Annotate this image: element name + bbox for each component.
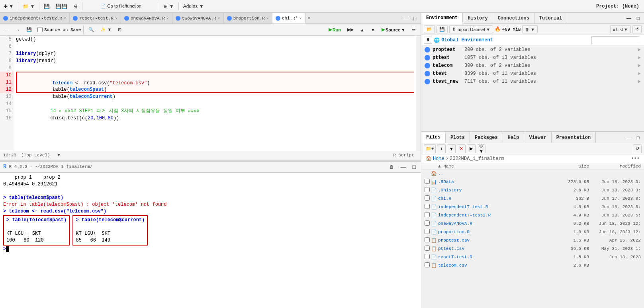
pttest-csv-checkbox[interactable] (425, 246, 430, 251)
delete-file-btn[interactable]: ✕ (457, 144, 466, 153)
new-file-files-btn[interactable]: + (437, 144, 446, 153)
gear-btn[interactable]: ⚙ ▼ (477, 144, 485, 153)
console-content[interactable]: prop 1 prop 2 0.4948454 0.2912621 > tabl… (0, 173, 421, 308)
console-minimize-btn[interactable]: — (399, 162, 408, 172)
oneway-name[interactable]: onewayANOVA.R (438, 221, 557, 226)
indepT-name[interactable]: independentT-test.R (438, 205, 557, 209)
file-row-rdata[interactable]: 📊 .RData 328.6 KB Jun 18, 2023 3: (421, 178, 644, 186)
close-tab-btn[interactable]: ✕ (64, 16, 66, 21)
env-tab-connections[interactable]: Connections (493, 13, 534, 23)
r-selector-label[interactable]: R (424, 37, 432, 44)
file-row-proptest-csv[interactable]: 📋 proptest.csv 1.5 KB Apr 25, 2022 (421, 236, 644, 245)
breadcrumb-home[interactable]: Home (433, 156, 444, 162)
files-maximize-btn[interactable]: □ (635, 133, 642, 142)
rhistory-name[interactable]: .Rhistory (438, 188, 557, 193)
code-content[interactable]: getwd() library(dplyr) library(readr) te… (14, 36, 416, 151)
proportion-checkbox[interactable] (425, 229, 430, 234)
print-btn[interactable]: 🖨 (71, 2, 80, 11)
save-all-btn[interactable]: 💾💾 (53, 2, 69, 11)
tab-overflow-btn[interactable]: » (305, 16, 313, 21)
editor-maximize-btn[interactable]: □ (412, 14, 419, 23)
rename-file-btn[interactable]: ▶ (467, 144, 476, 153)
env-load-btn[interactable]: 📂 (424, 25, 435, 33)
pttest-csv-name[interactable]: pttest.csv (438, 246, 557, 251)
env-tab-history[interactable]: History (463, 13, 493, 23)
telecom-csv-checkbox[interactable] (425, 262, 430, 267)
close-tab2-btn[interactable]: ✕ (115, 16, 117, 21)
clear-console-btn[interactable]: 🗑 (387, 162, 396, 171)
run-btn[interactable]: ▶ Run (326, 25, 343, 34)
env-tab-environment[interactable]: Environment (421, 13, 463, 24)
file-row-indepT[interactable]: 📄 independentT-test.R 4.8 KB Jun 18, 202… (421, 203, 644, 211)
file-row-chiR[interactable]: 📄 chi.R 362 B Jun 17, 2023 8: (421, 195, 644, 203)
goto-btn[interactable]: 📄 Go to file/function (85, 2, 157, 11)
redo-btn[interactable]: → (13, 25, 22, 34)
files-refresh-btn[interactable]: ↺ (633, 144, 642, 153)
rdata-name[interactable]: .RData (438, 179, 557, 184)
close-tab3-btn[interactable]: ✕ (166, 16, 169, 21)
env-var-telecom[interactable]: telecom 300 obs. of 2 variables ▶ (421, 62, 644, 70)
files-tab-presentation[interactable]: Presentation (552, 132, 596, 143)
file-row-proportion[interactable]: 📄 proportion.R 1.8 KB Jun 18, 2023 12: (421, 228, 644, 236)
new-folder-btn[interactable]: 📁+ (424, 144, 436, 153)
files-chevron-btn[interactable]: ▼ (447, 144, 456, 153)
files-tab-viewer[interactable]: Viewer (524, 132, 551, 143)
indepT2-checkbox[interactable] (425, 212, 430, 217)
header-size[interactable]: Size (557, 164, 589, 169)
breadcrumb-folder[interactable]: 2022MDA_1_finalterm (450, 156, 504, 162)
up-link[interactable]: .. (438, 172, 557, 176)
env-tab-tutorial[interactable]: Tutorial (534, 13, 568, 23)
code-editor[interactable]: 5 6 7 8 9 10 11 12 13 14 15 16 getwd() l (0, 36, 421, 151)
header-modified[interactable]: Modified (589, 164, 641, 169)
undo-btn[interactable]: ← (2, 25, 12, 34)
header-name[interactable]: ▲ Name (438, 164, 557, 169)
files-tab-help[interactable]: Help (503, 132, 525, 143)
tab-twowayANOVA[interactable]: twowayANOVA.R ✕ (172, 13, 224, 23)
source-btn[interactable]: ▶ Source ▼ (379, 25, 408, 34)
tab-chiR[interactable]: chi.R* ✕ (272, 13, 305, 24)
list-view-btn[interactable]: ≡ List ▼ (610, 25, 631, 33)
tab-onewayANOVA[interactable]: onewayANOVA.R ✕ (121, 13, 172, 23)
env-search-input[interactable] (591, 36, 639, 44)
run-down-btn[interactable]: ▼ (368, 25, 378, 34)
save-editor-btn[interactable]: 💾 (24, 25, 34, 34)
more-options-btn[interactable]: ••• (631, 156, 640, 162)
run-up-btn[interactable]: ▲ (358, 25, 367, 34)
env-var-proptest[interactable]: proptest 200 obs. of 2 variables ▶ (421, 46, 644, 54)
proportion-name[interactable]: proportion.R (438, 230, 557, 234)
tab-reactT-test[interactable]: reactT-test.R ✕ (70, 13, 121, 23)
file-row-pttest-csv[interactable]: 📋 pttest.csv 56.5 KB May 31, 2023 1: (421, 245, 644, 253)
env-var-ttest-new[interactable]: ttest_new 7117 obs. of 11 variables ▶ (421, 78, 644, 86)
save-btn[interactable]: 💾 (42, 2, 52, 11)
console-maximize-btn[interactable]: □ (411, 162, 418, 172)
oneway-checkbox[interactable] (425, 220, 430, 226)
tab-independentT-test2[interactable]: independentT-test2.R ✕ (0, 13, 70, 23)
file-row-reactT[interactable]: 📄 reactT-test.R 1.5 KB Jun 18, 2023 (421, 253, 644, 261)
env-refresh-btn[interactable]: ↺ (632, 25, 642, 33)
console-input-line[interactable]: > (3, 246, 418, 253)
source-on-save-checkbox[interactable] (37, 27, 43, 32)
env-maximize-btn[interactable]: □ (635, 14, 642, 23)
import-dataset-btn[interactable]: ⬆ Import Dataset ▼ (449, 25, 493, 33)
proptest-csv-checkbox[interactable] (425, 237, 430, 242)
search-btn[interactable]: 🔍 (86, 25, 96, 34)
file-row-oneway[interactable]: 📄 onewayANOVA.R 9.2 KB Jun 18, 2023 12: (421, 220, 644, 228)
close-tab6-btn[interactable]: ✕ (299, 16, 302, 21)
env-save-btn[interactable]: 💾 (437, 25, 448, 33)
file-row-rhistory[interactable]: 📄 .Rhistory 2.6 KB Jun 18, 2023 3: (421, 186, 644, 195)
editor-scrollbar[interactable] (416, 36, 421, 151)
indepT2-name[interactable]: independentT-test2.R (438, 213, 557, 218)
tab-proportion[interactable]: proportion.R ✕ (224, 13, 272, 23)
addins-btn[interactable]: Addins ▼ (181, 2, 206, 11)
clear-env-btn[interactable]: 🗑 ▼ (522, 25, 538, 33)
files-tab-plots[interactable]: Plots (446, 132, 470, 143)
close-tab5-btn[interactable]: ✕ (266, 16, 269, 21)
magic-wand-btn[interactable]: ✨ ▼ (98, 25, 114, 34)
file-row-telecom-csv[interactable]: 📋 telecom.csv 2.6 KB (421, 261, 644, 270)
files-tab-packages[interactable]: Packages (470, 132, 503, 143)
grid-btn[interactable]: ⊞ ▼ (162, 2, 176, 11)
reactT-checkbox[interactable] (425, 254, 430, 259)
file-row-up[interactable]: 🏠 .. (421, 170, 644, 178)
global-env-label[interactable]: Global Environment (441, 37, 493, 43)
rhistory-checkbox[interactable] (425, 187, 430, 192)
